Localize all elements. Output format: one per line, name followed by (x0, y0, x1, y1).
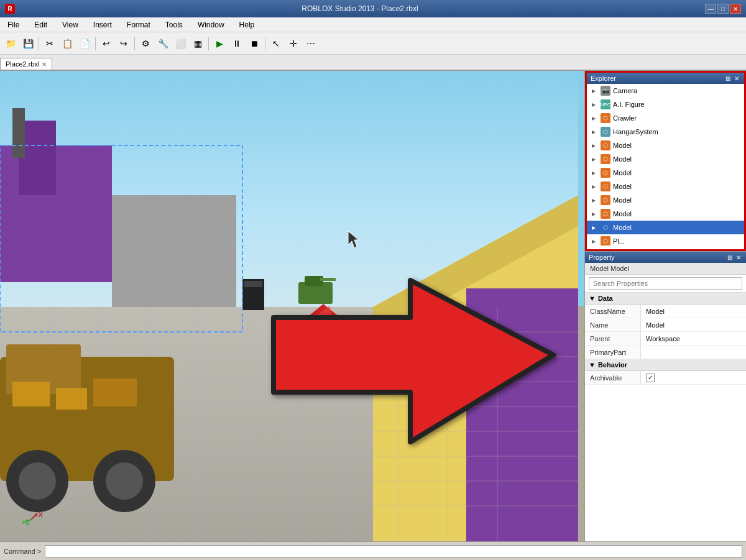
npc-icon: NPC (601, 99, 610, 109)
prop-value-parent: Workspace (641, 335, 746, 342)
menu-format[interactable]: Format (122, 19, 155, 30)
tree-label: Pl... (613, 237, 625, 245)
tree-item-camera[interactable]: ▶ 📷 Camera (587, 84, 744, 98)
command-input[interactable] (45, 545, 742, 558)
tree-label: Model (613, 142, 632, 149)
menu-tools[interactable]: Tools (160, 19, 188, 30)
explorer-close-btn[interactable]: ✕ (733, 75, 740, 82)
menu-edit[interactable]: Edit (29, 19, 52, 30)
tree-label: HangarSystem (613, 128, 658, 135)
svg-rect-4 (12, 108, 25, 158)
toolbar-undo[interactable]: ↩ (98, 35, 114, 52)
property-dock-btn[interactable]: ⊞ (726, 254, 734, 261)
toolbar-tool2[interactable]: ⬜ (172, 35, 188, 52)
model-icon: ⬡ (601, 236, 610, 246)
tab-close-button[interactable]: ✕ (42, 61, 47, 68)
tree-label: Crawler (613, 114, 637, 122)
toolbar-save[interactable]: 💾 (20, 35, 36, 52)
property-controls: ⊞ ✕ (726, 254, 742, 261)
minimize-button[interactable]: — (705, 4, 716, 14)
toolbar-redo[interactable]: ↪ (116, 35, 132, 52)
tree-item-model-5[interactable]: ▶ ⬡ Model (587, 193, 744, 207)
app-icon: R (5, 4, 15, 14)
behavior-group-arrow: ▼ (589, 361, 596, 369)
toolbar-stop[interactable]: ⏹ (246, 35, 262, 52)
explorer-panel: Explorer ⊞ ✕ ▶ 📷 Camera ▶ NPC A.I. Figur… (585, 71, 746, 251)
explorer-dock-btn[interactable]: ⊞ (724, 75, 732, 82)
tree-item-aifigure[interactable]: ▶ NPC A.I. Figure (587, 98, 744, 111)
window-controls: — □ ✕ (705, 4, 741, 14)
model-icon: ⬡ (601, 140, 610, 150)
toolbar-play[interactable]: ▶ (211, 35, 228, 52)
tree-arrow: ▶ (592, 239, 598, 244)
toolbar-settings[interactable]: ⚙ (137, 35, 154, 52)
search-properties-input[interactable] (589, 277, 742, 290)
tree-arrow: ▶ (592, 198, 598, 203)
toolbar-tool1[interactable]: 🔧 (155, 35, 171, 52)
svg-rect-5 (112, 195, 236, 307)
prop-row-name: Name Model (585, 318, 746, 332)
close-button[interactable]: ✕ (730, 4, 741, 14)
toolbar-new[interactable]: 📁 (2, 35, 19, 52)
maximize-button[interactable]: □ (717, 4, 729, 14)
tree-item-model-6[interactable]: ▶ ⬡ Model (587, 207, 744, 221)
menu-window[interactable]: Window (193, 19, 229, 30)
explorer-header: Explorer ⊞ ✕ (587, 73, 744, 84)
property-model-tab: Model Model (585, 263, 746, 275)
tree-arrow: ▶ (592, 225, 598, 231)
tree-label: A.I. Figure (613, 101, 645, 108)
viewport[interactable]: +Z +X (0, 71, 584, 541)
property-panel: Property ⊞ ✕ Model Model ▼ Data ClassNam… (585, 251, 746, 541)
model-icon: ⬡ (601, 168, 610, 178)
menu-help[interactable]: Help (234, 19, 260, 30)
prop-name-classname: ClassName (585, 305, 641, 318)
property-close-btn[interactable]: ✕ (735, 254, 742, 261)
tree-item-model-1[interactable]: ▶ ⬡ Model (587, 139, 744, 152)
toolbar-cut[interactable]: ✂ (42, 35, 58, 52)
toolbar-sep-2 (95, 37, 96, 50)
tree-item-hangarsystem[interactable]: ▶ ⬡ HangarSystem (587, 125, 744, 139)
property-search-area (585, 275, 746, 293)
tree-label: Model (613, 169, 632, 177)
tree-label: Model (613, 183, 632, 190)
prop-row-primarypart: PrimaryPart (585, 346, 746, 359)
command-label: Command > (4, 548, 41, 555)
toolbar-pause[interactable]: ⏸ (229, 35, 245, 52)
tree-arrow: ▶ (592, 157, 598, 162)
red-arrow-svg (255, 268, 566, 504)
prop-value-archivable: ✓ (641, 374, 746, 382)
toolbar: 📁 💾 ✂ 📋 📄 ↩ ↪ ⚙ 🔧 ⬜ ▦ ▶ ⏸ ⏹ ↖ ✛ ⋯ (0, 32, 746, 55)
prop-name-archivable: Archivable (585, 371, 641, 384)
status-bar: Command > (0, 541, 746, 560)
svg-rect-34 (56, 388, 87, 410)
model-icon: ⬡ (601, 181, 610, 191)
toolbar-sep-4 (208, 37, 209, 50)
tree-item-model-selected[interactable]: ▶ ⬡ Model (587, 221, 744, 234)
tree-arrow: ▶ (592, 129, 598, 135)
camera-icon: 📷 (601, 86, 610, 96)
toolbar-sep-5 (265, 37, 265, 50)
toolbar-paste[interactable]: 📄 (76, 35, 93, 52)
toolbar-tool3[interactable]: ▦ (190, 35, 206, 52)
explorer-tree[interactable]: ▶ 📷 Camera ▶ NPC A.I. Figure ▶ ⬡ Crawler (587, 84, 744, 246)
toolbar-move[interactable]: ✛ (285, 35, 302, 52)
menu-view[interactable]: View (57, 19, 83, 30)
menu-file[interactable]: File (2, 19, 24, 30)
tree-item-model-2[interactable]: ▶ ⬡ Model (587, 152, 744, 166)
toolbar-copy[interactable]: 📋 (59, 35, 75, 52)
tab-place2[interactable]: Place2.rbxl ✕ (0, 58, 52, 70)
tree-item-pl[interactable]: ▶ ⬡ Pl... (587, 234, 744, 246)
tree-label: Model (613, 196, 632, 204)
toolbar-select[interactable]: ↖ (268, 35, 284, 52)
tree-arrow: ▶ (592, 88, 598, 94)
tree-item-model-4[interactable]: ▶ ⬡ Model (587, 180, 744, 193)
prop-name-parent: Parent (585, 332, 641, 345)
tree-arrow: ▶ (592, 184, 598, 190)
menu-insert[interactable]: Insert (88, 19, 117, 30)
toolbar-more[interactable]: ⋯ (303, 35, 319, 52)
tree-item-crawler[interactable]: ▶ ⬡ Crawler (587, 111, 744, 125)
tree-item-model-3[interactable]: ▶ ⬡ Model (587, 166, 744, 180)
archivable-checkbox[interactable]: ✓ (646, 374, 655, 382)
tree-label: Model (613, 155, 632, 163)
model-selected-icon: ⬡ (601, 223, 610, 232)
